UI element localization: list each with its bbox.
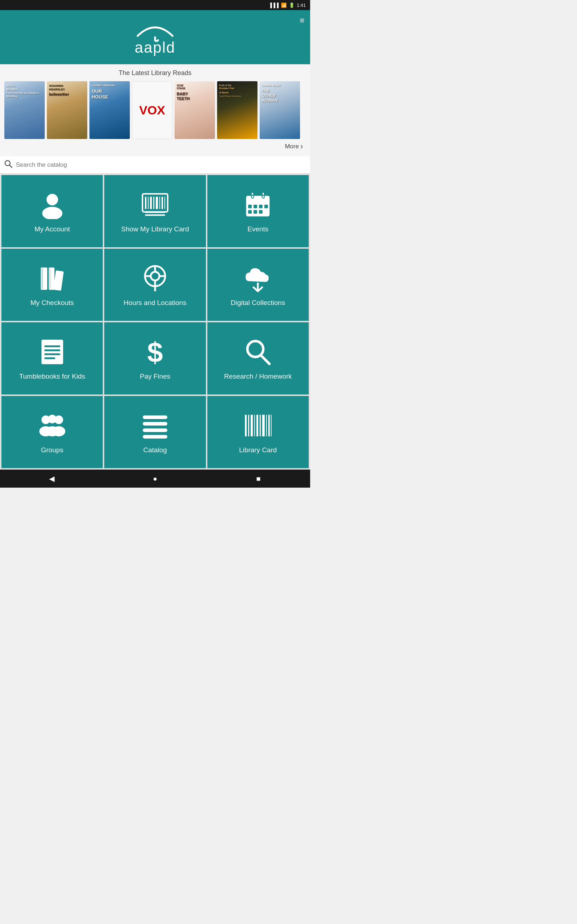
book-item-6[interactable]: Fruit of theDrunken Tree A Novel Ingrid … [217,81,258,139]
document-icon [38,338,67,366]
svg-rect-63 [245,415,247,436]
back-button[interactable]: ◀ [41,472,62,486]
svg-text:$: $ [147,338,163,366]
svg-line-51 [261,355,269,364]
svg-rect-62 [143,435,167,439]
book-author-1: RHYSBOWEN [6,84,43,91]
cloud-download-icon [243,264,272,293]
book-author-5: ZOJESTAGE [177,84,213,90]
book-subtitle-6: Ingrid Rojas Contreras [219,95,255,97]
svg-rect-13 [160,197,160,209]
grid-label-library-card: Library Card [239,446,277,455]
svg-rect-17 [145,215,165,216]
more-arrow: › [300,142,303,151]
grid-item-show-library-card[interactable]: Show My Library Card [104,175,206,247]
status-icons: ▐▐▐ 📶 🔋 1:41 [269,3,306,8]
book-title-3: OURHOUSE [92,89,128,100]
book-item-1[interactable]: RHYSBOWEN Four Funerals and Maybe a Wedd… [4,81,45,139]
book-title-6: A Novel [219,91,255,94]
grid-label-show-library-card: Show My Library Card [121,225,189,234]
grid-item-hours-locations[interactable]: Hours and Locations [104,249,206,321]
wifi-icon: 📶 [281,3,287,8]
logo-umbrella-icon [134,16,177,42]
svg-rect-67 [256,415,258,436]
svg-rect-26 [259,205,263,208]
book-item-4[interactable]: VOX [132,81,172,139]
svg-line-4 [10,165,12,168]
svg-rect-71 [268,415,270,436]
svg-rect-24 [248,205,252,208]
svg-rect-20 [246,200,270,202]
svg-point-37 [151,272,160,281]
grid-label-pay-fines: Pay Fines [140,372,170,381]
grid-menu: My Account Show My Library Card [0,174,310,470]
grid-item-tumblebooks[interactable]: Tumblebooks for Kids [2,322,103,394]
grid-item-digital-collections[interactable]: Digital Collections [207,249,309,321]
svg-rect-12 [156,197,158,209]
svg-rect-44 [42,340,63,364]
svg-point-5 [47,194,58,205]
location-icon [141,264,169,293]
svg-rect-34 [49,268,50,289]
svg-rect-70 [266,415,267,436]
grid-item-pay-fines[interactable]: $ Pay Fines [104,322,206,394]
grid-item-groups[interactable]: Groups [2,396,103,468]
book-title-4: VOX [139,103,165,117]
battery-icon: 🔋 [289,3,295,8]
latest-reads-section: The Latest Library Reads RHYSBOWEN Four … [0,64,310,156]
barcode2-icon [243,411,272,440]
grid-label-research-homework: Research / Homework [224,372,292,381]
svg-rect-27 [264,205,268,208]
svg-rect-10 [150,197,152,209]
svg-rect-9 [148,197,148,209]
app-header: ≡ aapld [0,10,310,64]
logo-container: aapld [134,16,177,56]
grid-item-catalog[interactable]: Catalog [104,396,206,468]
svg-rect-46 [44,349,60,351]
person-icon [38,190,67,219]
book-item-7[interactable]: SANDIE JONES THEOTHERWOMAN [259,81,300,139]
book-author-6: Fruit of theDrunken Tree [219,84,255,90]
people-icon [38,411,67,440]
book-title-1: Four Funerals and Maybe a Wedding [6,92,43,98]
svg-rect-25 [253,205,257,208]
book-item-2[interactable]: SUSANNAKEARSLEY bellewether [47,81,87,139]
recents-button[interactable]: ■ [248,472,269,486]
svg-rect-72 [271,415,272,436]
grid-label-catalog: Catalog [143,446,167,455]
svg-rect-45 [44,346,60,347]
grid-item-my-checkouts[interactable]: My Checkouts [2,249,103,321]
svg-rect-60 [143,422,167,426]
grid-item-my-account[interactable]: My Account [2,175,103,247]
grid-item-library-card-barcode[interactable]: Library Card [207,396,309,468]
svg-rect-29 [253,210,257,214]
books-icon [38,264,67,293]
bottom-nav: ◀ ● ■ [0,470,310,488]
grid-item-events[interactable]: Events [207,175,309,247]
svg-rect-61 [143,428,167,432]
svg-rect-8 [145,197,147,209]
signal-icon: ▐▐▐ [269,3,279,8]
svg-rect-35 [53,270,63,291]
status-bar: ▐▐▐ 📶 🔋 1:41 [0,0,310,10]
lines-icon [141,411,169,440]
search-bar[interactable] [0,156,310,174]
svg-rect-32 [42,268,43,289]
svg-rect-28 [248,210,252,214]
grid-label-digital-collections: Digital Collections [231,299,285,307]
grid-label-events: Events [247,225,268,234]
svg-point-57 [48,415,56,423]
grid-label-my-account: My Account [35,225,70,234]
search-input[interactable] [16,162,306,168]
book-item-3[interactable]: LOUISE CANDLISH OURHOUSE [89,81,130,139]
svg-rect-47 [44,353,60,355]
book-author-7: SANDIE JONES [262,84,298,87]
book-item-5[interactable]: ZOJESTAGE BABYTEETH [174,81,215,139]
grid-item-research-homework[interactable]: Research / Homework [207,322,309,394]
more-label: More [285,143,299,150]
time-display: 1:41 [297,3,306,8]
search-magnify-icon [243,338,272,366]
hamburger-menu[interactable]: ≡ [300,16,305,25]
home-button[interactable]: ● [144,472,166,486]
more-link[interactable]: More › [3,139,307,153]
